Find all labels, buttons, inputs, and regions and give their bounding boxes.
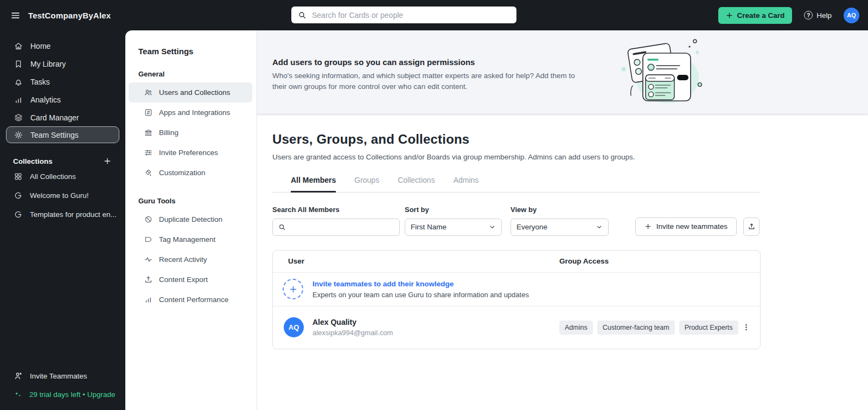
- table-row-alex-quality[interactable]: AQ Alex Quality alexsipka994@gmail.com A…: [273, 306, 760, 349]
- activity-icon: [144, 255, 153, 264]
- sidebar-item-my-library[interactable]: My Library: [0, 55, 125, 73]
- settings-section-general: General: [125, 70, 257, 78]
- settings-item-tag-management[interactable]: Tag Management: [125, 229, 257, 249]
- invite-teammates-button[interactable]: Invite Teammates: [0, 367, 125, 385]
- add-collection-button[interactable]: [103, 156, 112, 166]
- sliders-icon: [144, 148, 153, 157]
- duplicate-detection-icon: [144, 215, 153, 224]
- settings-item-recent-activity[interactable]: Recent Activity: [125, 249, 257, 270]
- sidebar-item-welcome-to-guru[interactable]: Welcome to Guru!: [0, 186, 125, 205]
- group-badges: Admins Customer-facing team Product Expe…: [559, 321, 738, 335]
- settings-item-billing[interactable]: Billing: [125, 123, 257, 143]
- search-members-field[interactable]: [272, 219, 400, 236]
- member-name: Alex Quality: [312, 318, 393, 326]
- performance-icon: [144, 295, 153, 304]
- column-header-user: User: [273, 257, 559, 265]
- group-badge-product-experts: Product Experts: [679, 321, 738, 335]
- invite-plus-icon[interactable]: [283, 279, 303, 299]
- search-members-label: Search All Members: [272, 206, 400, 214]
- settings-item-customization[interactable]: Customization: [125, 163, 257, 183]
- row-options-kebab-icon[interactable]: [739, 321, 752, 334]
- tab-admins[interactable]: Admins: [454, 176, 479, 192]
- guru-collection-icon: [14, 210, 23, 219]
- settings-item-users-and-collections[interactable]: Users and Collections: [129, 82, 252, 102]
- invite-new-teammates-button[interactable]: Invite new teammates: [635, 217, 737, 236]
- sidebar-item-card-manager[interactable]: Card Manager: [0, 108, 125, 126]
- sort-by-value: First Name: [411, 223, 446, 231]
- global-search[interactable]: [291, 7, 516, 23]
- collections-section-header: Collections: [13, 156, 112, 166]
- trial-days-text: 29 trial days left: [29, 390, 81, 399]
- view-by-label: View by: [510, 206, 609, 214]
- tab-all-members[interactable]: All Members: [291, 176, 336, 193]
- main-content: Add users to groups so you can assign pe…: [257, 30, 868, 410]
- settings-panel-title: Team Settings: [125, 30, 257, 56]
- chevron-down-icon: [596, 223, 603, 230]
- settings-item-content-export[interactable]: Content Export: [125, 270, 257, 290]
- filters-row: Search All Members Sort by First Name Vi…: [272, 206, 760, 236]
- member-avatar: AQ: [284, 317, 304, 337]
- help-button[interactable]: ? Help: [804, 11, 832, 20]
- permissions-banner: Add users to groups so you can assign pe…: [257, 30, 868, 114]
- tab-collections[interactable]: Collections: [398, 176, 435, 192]
- app-window: TestCompanyByAlex Create a Card ? Help A…: [0, 0, 868, 410]
- banner-title: Add users to groups so you can assign pe…: [272, 57, 579, 67]
- view-by-value: Everyone: [516, 223, 547, 231]
- group-badge-admins: Admins: [559, 321, 593, 335]
- sidebar-item-home[interactable]: Home: [0, 37, 125, 55]
- sidebar-item-tasks[interactable]: Tasks: [0, 73, 125, 91]
- page-title: Users, Groups, and Collections: [272, 132, 868, 147]
- chevron-down-icon: [489, 223, 496, 230]
- grid-icon: [14, 172, 23, 181]
- group-badge-customer-facing-team: Customer-facing team: [597, 321, 675, 335]
- user-avatar[interactable]: AQ: [844, 8, 859, 23]
- company-name[interactable]: TestCompanyByAlex: [28, 11, 111, 20]
- export-members-button[interactable]: [743, 217, 760, 236]
- sidebar-item-templates-collection[interactable]: Templates for product en...: [0, 205, 125, 224]
- settings-item-duplicate-detection[interactable]: Duplicate Detection: [125, 209, 257, 229]
- upgrade-link[interactable]: Upgrade: [87, 390, 116, 399]
- global-search-input[interactable]: [312, 11, 510, 20]
- page-subtitle: Users are granted access to Collections …: [272, 153, 868, 161]
- person-plus-icon: [14, 371, 23, 381]
- trial-status: 29 trial days left • Upgrade: [0, 385, 125, 403]
- create-card-button[interactable]: Create a Card: [718, 7, 792, 24]
- sidebar-item-all-collections[interactable]: All Collections: [0, 167, 125, 186]
- collections-label: Collections: [13, 157, 53, 165]
- bank-icon: [144, 128, 153, 137]
- sidebar-item-analytics[interactable]: Analytics: [0, 91, 125, 108]
- layers-icon: [14, 113, 23, 123]
- export-icon: [748, 222, 756, 230]
- search-icon: [298, 11, 307, 20]
- column-header-group-access: Group Access: [559, 257, 609, 265]
- bar-chart-icon: [14, 95, 23, 105]
- hamburger-menu-icon[interactable]: [9, 9, 22, 22]
- gear-icon: [14, 130, 23, 140]
- tag-icon: [144, 235, 153, 244]
- bookmark-icon: [14, 59, 23, 69]
- settings-nav-panel: Team Settings General Users and Collecti…: [125, 30, 257, 410]
- invite-teammates-row: Invite teammates to add their knowledge …: [273, 273, 760, 306]
- view-by-select[interactable]: Everyone: [510, 219, 609, 236]
- sidebar-item-team-settings[interactable]: Team Settings: [6, 126, 119, 143]
- settings-item-invite-preferences[interactable]: Invite Preferences: [125, 143, 257, 163]
- bell-icon: [14, 77, 23, 87]
- home-icon: [14, 41, 23, 51]
- tab-groups[interactable]: Groups: [354, 176, 379, 192]
- banner-description: Who's seeking information, and which sub…: [272, 71, 579, 93]
- plus-icon: [726, 12, 733, 19]
- users-icon: [144, 88, 153, 97]
- settings-item-apps-and-integrations[interactable]: Apps and Integrations: [125, 102, 257, 123]
- sort-by-label: Sort by: [405, 206, 502, 214]
- search-members-input[interactable]: [290, 223, 394, 231]
- members-table: User Group Access Invite teammates to ad…: [272, 250, 761, 349]
- members-tabs: All Members Groups Collections Admins: [272, 176, 760, 193]
- integrations-icon: [144, 108, 153, 117]
- search-icon: [278, 223, 286, 231]
- invite-teammates-link[interactable]: Invite teammates to add their knowledge: [312, 280, 529, 288]
- cards-illustration: [617, 36, 707, 109]
- topbar-actions: Create a Card ? Help AQ: [718, 0, 859, 30]
- sort-by-select[interactable]: First Name: [405, 219, 502, 236]
- settings-section-guru-tools: Guru Tools: [125, 197, 257, 205]
- settings-item-content-performance[interactable]: Content Performance: [125, 290, 257, 310]
